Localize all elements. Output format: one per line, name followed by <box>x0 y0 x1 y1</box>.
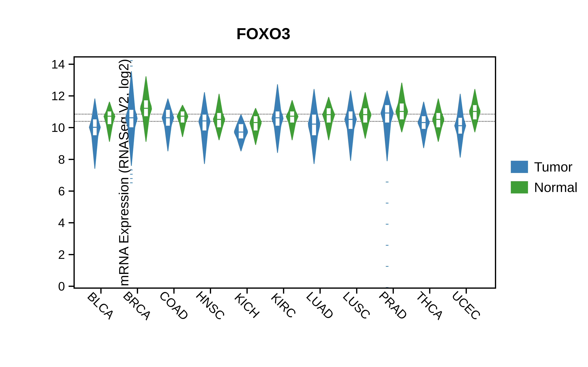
box <box>181 111 184 123</box>
x-tick <box>246 289 248 294</box>
y-tick-label: 12 <box>40 89 65 103</box>
legend-item-tumor: Tumor <box>511 159 578 175</box>
x-tick-label: LUSC <box>340 289 373 322</box>
legend-item-normal: Normal <box>511 179 578 195</box>
y-tick <box>69 191 73 192</box>
y-tick <box>69 95 73 97</box>
y-tick <box>69 159 73 160</box>
box <box>239 124 243 139</box>
box <box>385 105 389 123</box>
legend: Tumor Normal <box>511 159 578 195</box>
box <box>363 108 367 123</box>
y-tick <box>69 254 73 255</box>
y-tick <box>69 222 73 223</box>
legend-label-tumor: Tumor <box>534 159 572 175</box>
plot-frame <box>73 56 496 289</box>
box <box>312 115 316 135</box>
x-tick-label: PRAD <box>376 289 410 323</box>
y-tick <box>69 64 73 65</box>
box <box>129 110 133 127</box>
legend-swatch-tumor <box>511 161 528 173</box>
x-tick <box>283 289 284 294</box>
x-tick-label: BLCA <box>85 289 117 322</box>
box <box>473 105 477 119</box>
x-tick <box>173 289 174 294</box>
x-tick <box>356 289 357 294</box>
y-tick-label: 8 <box>40 152 65 166</box>
box <box>108 111 111 124</box>
x-tick-label: BRCA <box>121 289 155 323</box>
x-tick <box>429 289 430 294</box>
box <box>217 113 221 127</box>
plot-svg <box>75 58 495 287</box>
box <box>327 108 331 123</box>
plot-area <box>75 58 495 287</box>
legend-label-normal: Normal <box>534 179 578 195</box>
violin <box>381 91 393 161</box>
box <box>436 113 440 127</box>
y-tick-label: 10 <box>40 121 65 135</box>
x-tick <box>100 289 102 294</box>
x-tick <box>137 289 138 294</box>
x-tick-label: LUAD <box>303 289 337 322</box>
x-tick <box>393 289 394 294</box>
y-tick-label: 4 <box>40 216 65 230</box>
chart-title: FOXO3 <box>0 25 527 43</box>
y-tick-label: 6 <box>40 184 65 198</box>
legend-swatch-normal <box>511 181 528 193</box>
y-tick-label: 14 <box>40 57 65 71</box>
box <box>202 115 206 131</box>
x-tick-label: KIRC <box>268 290 299 321</box>
box <box>349 111 352 129</box>
box <box>290 111 294 123</box>
x-tick-label: THCA <box>413 289 447 322</box>
x-tick <box>320 289 321 294</box>
y-tick-label: 2 <box>40 248 65 262</box>
x-tick <box>466 289 467 294</box>
x-tick-label: KICH <box>232 290 262 321</box>
y-tick-label: 0 <box>40 279 65 293</box>
y-tick <box>69 286 73 287</box>
x-tick <box>210 289 211 294</box>
y-tick <box>69 127 73 128</box>
box <box>276 111 279 126</box>
box <box>254 116 258 131</box>
